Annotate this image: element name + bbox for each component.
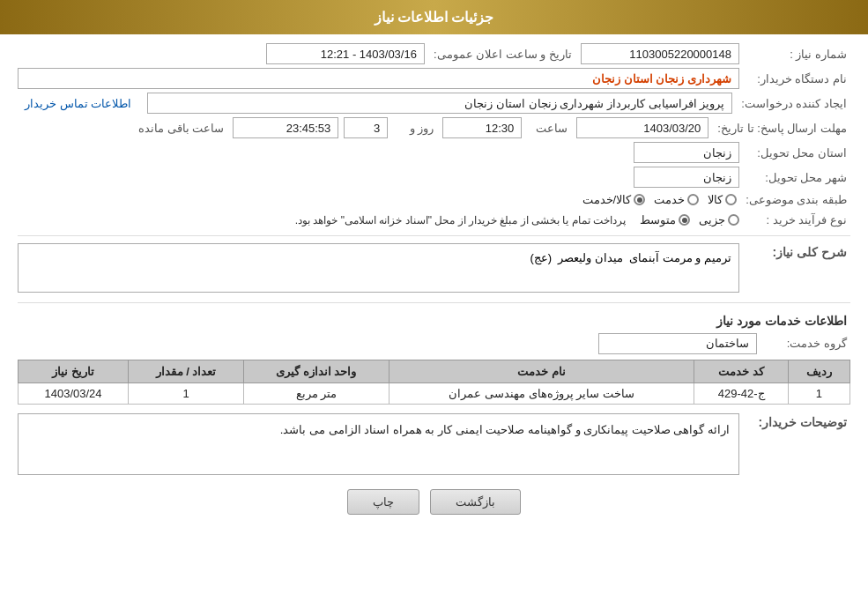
category-row: طبقه بندی موضوعی: کالا خدمت کالا/خدمت <box>18 191 850 208</box>
category-kala-khedmat-label: کالا/خدمت <box>582 193 632 206</box>
category-khedmat-label: خدمت <box>654 193 685 206</box>
category-option-khedmat[interactable]: خدمت <box>654 193 699 206</box>
deadline-label: مهلت ارسال پاسخ: تا تاریخ: <box>714 120 850 137</box>
cell-row: 1 <box>788 382 849 404</box>
province-row: استان محل تحویل: زنجان <box>18 142 850 163</box>
radio-jozi <box>728 214 739 226</box>
cell-qty: 1 <box>129 382 244 404</box>
buyer-desc-text: ارائه گواهی صلاحیت پیمانکاری و گواهینامه… <box>280 423 730 436</box>
need-number-value: 1103005220000148 <box>581 43 739 64</box>
table-header-row: ردیف کد خدمت نام خدمت واحد اندازه گیری ت… <box>19 360 850 382</box>
service-group-label: گروه خدمت: <box>762 335 850 352</box>
col-unit: واحد اندازه گیری <box>243 360 389 382</box>
cell-name: ساخت سایر پروژه‌های مهندسی عمران <box>389 382 694 404</box>
category-option-kala-khedmat[interactable]: کالا/خدمت <box>582 193 646 206</box>
print-button[interactable]: چاپ <box>347 489 419 515</box>
col-row: ردیف <box>788 360 849 382</box>
buyer-name-value: شهرداری زنجان استان زنجان <box>18 68 739 89</box>
service-group-value: ساختمان <box>598 333 757 354</box>
radio-motavasset <box>679 214 690 226</box>
city-row: شهر محل تحویل: زنجان <box>18 167 850 188</box>
page-header: جزئیات اطلاعات نیاز <box>0 0 868 34</box>
need-number-row: شماره نیاز : 1103005220000148 تاریخ و سا… <box>18 43 850 64</box>
need-number-label: شماره نیاز : <box>745 46 850 63</box>
remaining-day: 3 <box>344 117 388 138</box>
col-date: تاریخ نیاز <box>19 360 129 382</box>
process-option-motavasset[interactable]: متوسط <box>640 213 690 227</box>
category-options: کالا خدمت کالا/خدمت <box>582 193 738 206</box>
need-desc-textarea[interactable] <box>18 243 739 293</box>
category-label: طبقه بندی موضوعی: <box>742 191 850 208</box>
process-option-jozi[interactable]: جزیی <box>699 213 739 227</box>
process-jozi-label: جزیی <box>699 213 725 227</box>
buyer-desc-label: توضیحات خریدار: <box>745 413 850 431</box>
need-desc-row: شرح کلی نیاز: <box>18 243 850 295</box>
services-table: ردیف کد خدمت نام خدمت واحد اندازه گیری ت… <box>18 360 850 405</box>
buyer-name-label: نام دستگاه خریدار: <box>745 71 850 87</box>
buyer-desc-row: توضیحات خریدار: ارائه گواهی صلاحیت پیمان… <box>18 413 850 475</box>
deadline-row: مهلت ارسال پاسخ: تا تاریخ: 1403/03/20 سا… <box>18 117 850 138</box>
cell-unit: متر مربع <box>243 382 389 404</box>
back-button[interactable]: بازگشت <box>430 489 521 515</box>
cell-code: ج-42-429 <box>694 382 788 404</box>
process-label: نوع فرآیند خرید : <box>745 212 850 228</box>
divider2 <box>18 302 850 303</box>
category-kala-label: کالا <box>708 193 723 206</box>
creator-value: پرویز افراسیابی کاربرداز شهرداری زنجان ا… <box>147 93 732 114</box>
remaining-time: 23:45:53 <box>233 117 338 138</box>
service-group-row: گروه خدمت: ساختمان <box>18 333 850 354</box>
col-code: کد خدمت <box>694 360 788 382</box>
creator-row: ایجاد کننده درخواست: پرویز افراسیابی کار… <box>18 93 850 114</box>
announce-value: 1403/03/16 - 12:21 <box>266 43 425 64</box>
need-desc-label: شرح کلی نیاز: <box>745 243 850 261</box>
radio-kala-khedmat <box>634 194 645 205</box>
bottom-buttons: بازگشت چاپ <box>18 489 850 515</box>
time-label: ساعت <box>527 120 571 137</box>
deadline-time: 12:30 <box>442 117 522 138</box>
city-label: شهر محل تحویل: <box>745 169 850 186</box>
process-options: جزیی متوسط <box>640 213 739 227</box>
process-row: نوع فرآیند خرید : جزیی متوسط پرداخت تمام… <box>18 212 850 228</box>
city-value: زنجان <box>634 167 739 188</box>
buyer-name-row: نام دستگاه خریدار: شهرداری زنجان استان ز… <box>18 68 850 89</box>
creator-label: ایجاد کننده درخواست: <box>738 95 850 112</box>
process-motavasset-label: متوسط <box>640 213 676 227</box>
radio-khedmat <box>687 194 699 205</box>
cell-date: 1403/03/24 <box>19 382 129 404</box>
need-desc-container <box>18 243 739 295</box>
province-label: استان محل تحویل: <box>745 145 850 161</box>
creator-name: پرویز افراسیابی کاربرداز شهرداری زنجان ا… <box>464 97 724 110</box>
remain-label: ساعت باقی مانده <box>135 120 227 137</box>
creator-link[interactable]: اطلاعات تماس خریدار <box>18 93 138 114</box>
table-row: 1ج-42-429ساخت سایر پروژه‌های مهندسی عمرا… <box>19 382 850 404</box>
buyer-desc-value: ارائه گواهی صلاحیت پیمانکاری و گواهینامه… <box>18 413 739 475</box>
deadline-date: 1403/03/20 <box>576 117 708 138</box>
main-content: شماره نیاز : 1103005220000148 تاریخ و سا… <box>0 34 868 524</box>
services-section-label: اطلاعات خدمات مورد نیاز <box>18 314 850 328</box>
announce-label: تاریخ و ساعت اعلان عمومی: <box>430 46 575 63</box>
radio-kala <box>725 194 737 205</box>
province-value: زنجان <box>634 142 739 163</box>
day-label: روز و <box>393 120 437 137</box>
col-qty: تعداد / مقدار <box>129 360 244 382</box>
page-container: جزئیات اطلاعات نیاز شماره نیاز : 1103005… <box>0 0 868 609</box>
process-note: پرداخت تمام یا بخشی از مبلغ خریدار از مح… <box>18 214 626 227</box>
col-name: نام خدمت <box>389 360 694 382</box>
category-option-kala[interactable]: کالا <box>708 193 737 206</box>
page-title: جزئیات اطلاعات نیاز <box>375 10 494 25</box>
buyer-desc-container: ارائه گواهی صلاحیت پیمانکاری و گواهینامه… <box>18 413 739 475</box>
divider1 <box>18 235 850 236</box>
